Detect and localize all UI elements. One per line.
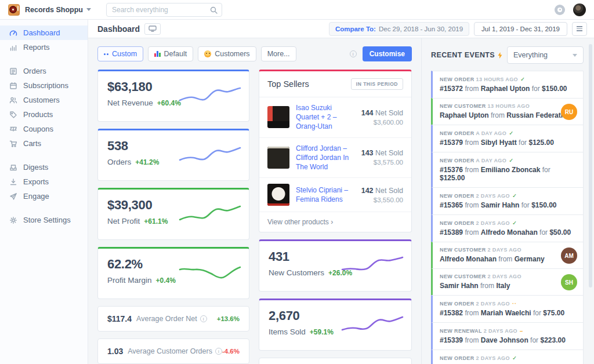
sparkline — [178, 201, 242, 227]
avatar[interactable]: SH — [561, 274, 577, 290]
compare-range: Dec 29, 2018 - Jun 30, 2019 — [379, 26, 463, 32]
chevron-down-icon[interactable] — [86, 8, 91, 11]
user-avatar[interactable] — [573, 3, 586, 16]
net-sold-label: Net Sold — [375, 149, 403, 157]
view-other-products-link[interactable]: View other products › — [259, 212, 411, 232]
chevron-right-icon: › — [331, 218, 333, 226]
sidebar-item-engage[interactable]: Engage — [0, 189, 88, 203]
tab-custom[interactable]: Custom — [97, 46, 143, 61]
tab-default[interactable]: Default — [148, 46, 193, 61]
metric-change: +59.1% — [310, 328, 334, 336]
customer-name: Raphael Upton — [481, 85, 530, 93]
order-amount: $50.00 — [549, 228, 571, 236]
sidebar-item-products[interactable]: Products — [0, 107, 88, 122]
status-check-icon: ✓ — [512, 355, 517, 361]
event-new-order[interactable]: NEW ORDER 2 DAYS AGO✓ #15389 from Alfred… — [431, 214, 584, 242]
event-new-order[interactable]: NEW ORDER 2 DAYS AGO·· #15382 from Maria… — [431, 295, 584, 323]
event-new-customer[interactable]: NEW CUSTOMER 2 DAYS AGO Alfredo Monahan … — [431, 242, 584, 269]
event-new-order[interactable]: NEW ORDER 13 HOURS AGO✓ #15372 from Raph… — [431, 71, 584, 99]
avatar[interactable]: AM — [561, 247, 577, 264]
net-profit-card[interactable]: $39,300 Net Profit +61.1% — [97, 188, 249, 240]
avatar[interactable]: RU — [561, 104, 577, 120]
info-icon[interactable]: i — [350, 50, 357, 57]
metric-label: Average Customer Orders — [128, 347, 212, 355]
event-new-order[interactable]: NEW ORDER A DAY AGO✓ #15376 from Emilian… — [431, 152, 584, 188]
sidebar-item-label: Dashboard — [23, 28, 60, 37]
product-name[interactable]: Clifford Jordan – Clifford Jordan In The… — [296, 144, 361, 172]
product-name[interactable]: Isao Suzuki Quartet + 2 – Orang-Utan — [296, 103, 361, 132]
top-sellers-card: Top Sellers IN THIS PERIOD Isao Suzuki Q… — [259, 70, 412, 232]
product-name[interactable]: Stelvio Cipriani – Femina Ridens — [296, 185, 361, 204]
event-new-order[interactable]: NEW ORDER 2 DAYS AGO✓ #15357 from Pruden… — [431, 350, 584, 364]
store-name[interactable]: Records Shoppu — [25, 6, 83, 14]
compare-to-button[interactable]: Compare To: Dec 29, 2018 - Jun 30, 2019 — [329, 22, 469, 36]
product-row[interactable]: Clifford Jordan – Clifford Jordan In The… — [259, 138, 411, 179]
customer-name: Samir Hahn — [481, 201, 520, 209]
sidebar-item-customers[interactable]: Customers — [0, 93, 88, 107]
sidebar-item-reports[interactable]: Reports — [0, 40, 88, 54]
date-range-button[interactable]: Jul 1, 2019 - Dec 31, 2019 — [474, 22, 567, 36]
metrics-column-middle: Top Sellers IN THIS PERIOD Isao Suzuki Q… — [259, 70, 412, 364]
sidebar-item-store-settings[interactable]: Store Settings — [0, 213, 88, 227]
new-customers-card[interactable]: 431 New Customers +26.0% — [259, 239, 412, 292]
average-order-net-card[interactable]: $117.4 Average Order Net i +13.6% — [97, 306, 249, 332]
metric-label: Items Sold — [269, 327, 306, 336]
smiley-icon — [204, 50, 211, 57]
order-id: #15379 — [440, 139, 463, 147]
average-order-items-card[interactable]: 4.96 Average Order Items i +12.7% — [259, 358, 412, 364]
order-amount: $150.00 — [542, 85, 567, 93]
status-check-icon: ✓ — [509, 130, 513, 136]
product-row[interactable]: Isao Suzuki Quartet + 2 – Orang-Utan 144… — [259, 97, 411, 138]
items-sold-card[interactable]: 2,670 Items Sold +59.1% — [259, 299, 412, 351]
store-logo-record-icon[interactable] — [8, 4, 20, 16]
inbox-icon — [9, 163, 17, 172]
sidebar-item-carts[interactable]: Carts — [0, 136, 88, 151]
recent-events-panel: RECENT EVENTS Everything NEW ORDER 13 HO… — [421, 38, 594, 364]
tab-customers[interactable]: Customers — [198, 46, 256, 61]
sparkline — [341, 312, 404, 337]
info-icon[interactable]: i — [215, 348, 222, 355]
customise-button[interactable]: Customise — [363, 46, 412, 61]
net-sold-label: Net Sold — [375, 187, 403, 195]
help-icon[interactable] — [555, 5, 565, 15]
order-id: #15365 — [440, 201, 463, 209]
event-new-order[interactable]: NEW ORDER 2 DAYS AGO✓ #15365 from Samir … — [431, 187, 584, 215]
dashboard-tabs: Custom Default Customers More... — [97, 46, 412, 61]
metorik-dashboard: Records Shoppu Dashboard Reports — [0, 0, 594, 364]
event-new-renewal[interactable]: NEW RENEWAL 2 DAYS AGO– #15339 from Dave… — [431, 322, 584, 350]
sidebar-item-orders[interactable]: Orders — [0, 64, 88, 78]
sidebar-item-dashboard[interactable]: Dashboard — [0, 26, 88, 40]
net-revenue-card[interactable]: $63,180 Net Revenue +60.4% — [97, 70, 249, 122]
metric-label: New Customers — [269, 268, 324, 277]
search-icon — [210, 6, 218, 16]
sidebar-item-digests[interactable]: Digests — [0, 160, 88, 174]
sidebar-item-exports[interactable]: Exports — [0, 174, 88, 189]
orders-card[interactable]: 538 Orders +41.2% — [97, 129, 249, 181]
metrics-column-left: $63,180 Net Revenue +60.4% 538 — [97, 70, 249, 364]
metric-change: +41.2% — [135, 158, 159, 166]
event-new-customer[interactable]: NEW CUSTOMER 2 DAYS AGO Samir Hahn from … — [431, 268, 584, 296]
order-amount: $125.00 — [528, 139, 553, 147]
sidebar-item-coupons[interactable]: Coupons — [0, 122, 88, 136]
sidebar-item-subscriptions[interactable]: Subscriptions — [0, 78, 88, 93]
order-id: #15382 — [440, 309, 463, 317]
hamburger-menu-icon[interactable] — [572, 22, 587, 36]
average-customer-orders-card[interactable]: 1.03 Average Customer Orders i -4.6% — [97, 338, 249, 364]
date-range: Jul 1, 2019 - Dec 31, 2019 — [481, 26, 560, 32]
event-new-order[interactable]: NEW ORDER A DAY AGO✓ #15379 from Sibyl H… — [431, 125, 584, 152]
tab-more[interactable]: More... — [261, 46, 296, 61]
monitor-view-button[interactable] — [144, 23, 161, 35]
customer-name: Dave Johnson — [481, 336, 528, 344]
product-amount: $3,550.00 — [361, 196, 403, 203]
events-filter-select[interactable]: Everything — [507, 46, 584, 64]
product-row[interactable]: Stelvio Cipriani – Femina Ridens 142 Net… — [259, 178, 411, 212]
info-icon[interactable]: i — [200, 315, 207, 322]
album-art — [267, 184, 289, 206]
search-input[interactable] — [106, 3, 222, 17]
profit-margin-card[interactable]: 62.2% Profit Margin +0.4% — [97, 247, 249, 299]
event-new-customer[interactable]: NEW CUSTOMER 13 HOURS AGO Raphael Upton … — [431, 98, 584, 125]
scrollbar-thumb[interactable] — [589, 44, 592, 287]
bar-chart-icon — [154, 51, 161, 57]
order-id: #15339 — [440, 336, 463, 344]
sidebar-item-label: Engage — [23, 192, 49, 201]
